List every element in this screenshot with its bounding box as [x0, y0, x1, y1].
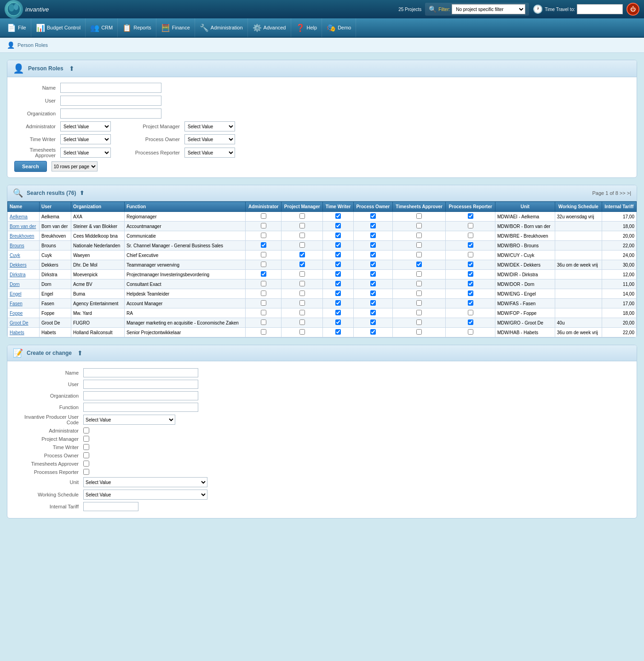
col-header-admin: Administrator	[246, 202, 282, 212]
nav-label-demo: Demo	[338, 25, 351, 30]
name-cell[interactable]: Dekkers	[8, 260, 40, 270]
admin-filter-select[interactable]: Select Value	[60, 121, 111, 131]
create-po-checkbox[interactable]	[83, 452, 89, 458]
nav-bar: 📄 File 📊 Budget Control 👥 CRM 📋 Reports …	[0, 18, 644, 38]
data-cell: Nationale Nederlanden	[71, 241, 125, 251]
tariff-cell: 11,00	[602, 279, 636, 289]
create-name-label: Name	[14, 370, 79, 376]
col-header-unit: Unit	[495, 202, 555, 212]
create-tariff-input[interactable]	[83, 502, 138, 511]
col-header-ws: Working Schedule	[555, 202, 602, 212]
checkbox-cell	[392, 308, 445, 318]
demo-icon: 🎭	[327, 23, 336, 32]
table-row: FasenFasenAgency EntertainmentAccount Ma…	[8, 299, 637, 308]
create-pr-checkbox[interactable]	[83, 469, 89, 475]
crm-icon: 👥	[90, 23, 99, 32]
projects-count: 25 Projects	[398, 7, 421, 12]
main-content: 👤 Person Roles ⬆ Name User Organization	[0, 53, 644, 532]
create-org-input[interactable]	[83, 391, 198, 400]
rows-per-page-select[interactable]: 10 rows per page	[52, 161, 98, 171]
nav-item-budget-control[interactable]: 📊 Budget Control	[31, 18, 86, 37]
data-cell: Waeyen	[71, 251, 125, 260]
collapse-results-icon[interactable]: ⬆	[80, 190, 84, 196]
create-pm-checkbox[interactable]	[83, 436, 89, 442]
collapse-search-icon[interactable]: ⬆	[69, 65, 75, 72]
name-cell[interactable]: Brouns	[8, 241, 40, 251]
create-unit-select[interactable]: Select Value	[83, 477, 207, 487]
nav-item-demo[interactable]: 🎭 Demo	[322, 18, 356, 37]
checkbox-cell	[392, 279, 445, 289]
data-cell	[555, 299, 602, 308]
name-cell[interactable]: Habets	[8, 328, 40, 337]
create-ws-select[interactable]: Select Value	[83, 490, 207, 500]
data-cell: MDW/CUY - Cuyk	[495, 251, 555, 260]
create-admin-checkbox[interactable]	[83, 427, 89, 433]
pm-filter-select[interactable]: Select Value	[184, 121, 235, 131]
name-cell[interactable]: Born van der	[8, 222, 40, 231]
name-cell[interactable]: Dorn	[8, 279, 40, 289]
create-user-input[interactable]	[83, 380, 198, 389]
name-cell[interactable]: Aelkema	[8, 212, 40, 222]
checkbox-cell	[282, 270, 323, 279]
tw-filter-select[interactable]: Select Value	[60, 134, 111, 144]
user-input[interactable]	[60, 96, 161, 106]
org-input[interactable]	[60, 108, 161, 119]
nav-label-crm: CRM	[101, 25, 113, 30]
checkbox-cell	[446, 328, 495, 337]
filter-label[interactable]: Filter:	[438, 7, 450, 12]
data-cell: FUGRO	[71, 318, 125, 328]
create-func-input[interactable]	[83, 403, 198, 412]
table-row: DekkersDekkersDhr. De MolTeammanager ver…	[8, 260, 637, 270]
create-ta-checkbox[interactable]	[83, 461, 89, 467]
create-name-input[interactable]	[83, 368, 198, 377]
power-button[interactable]: ⏻	[627, 3, 639, 16]
create-po-label: Process Owner	[14, 453, 79, 458]
name-cell[interactable]: Engel	[8, 289, 40, 299]
create-tw-checkbox[interactable]	[83, 444, 89, 450]
name-cell[interactable]: Dirkstra	[8, 270, 40, 279]
nav-item-administration[interactable]: 🔧 Administration	[195, 18, 248, 37]
checkbox-cell	[392, 260, 445, 270]
pagination[interactable]: Page 1 of 8 >> >|	[592, 190, 631, 196]
data-cell: 36u om de week vrij	[555, 328, 602, 337]
checkbox-cell	[353, 299, 392, 308]
nav-label-reports: Reports	[133, 25, 151, 30]
data-cell: Holland Railconsult	[71, 328, 125, 337]
finance-icon: 🧮	[161, 23, 170, 32]
name-cell[interactable]: Fasen	[8, 299, 40, 308]
nav-item-advanced[interactable]: ⚙️ Advanced	[248, 18, 291, 37]
nav-item-help[interactable]: ❓ Help	[291, 18, 322, 37]
pr-filter-select[interactable]: Select Value	[184, 148, 235, 158]
search-icon: 🔍	[13, 188, 23, 198]
nav-item-file[interactable]: 📄 File	[2, 18, 31, 37]
col-header-org: Organization	[71, 202, 125, 212]
create-org-label: Organization	[14, 393, 79, 399]
nav-item-crm[interactable]: 👥 CRM	[86, 18, 118, 37]
po-filter-select[interactable]: Select Value	[184, 134, 235, 144]
collapse-create-icon[interactable]: ⬆	[77, 349, 83, 357]
checkbox-cell	[446, 308, 495, 318]
search-button[interactable]: Search	[14, 161, 47, 172]
checkbox-cell	[446, 279, 495, 289]
checkbox-cell	[392, 318, 445, 328]
checkbox-cell	[446, 241, 495, 251]
checkbox-cell	[323, 231, 353, 241]
name-cell[interactable]: Cuyk	[8, 251, 40, 260]
nav-label-admin: Administration	[211, 25, 243, 30]
time-travel-input[interactable]	[577, 4, 623, 14]
nav-item-finance[interactable]: 🧮 Finance	[156, 18, 195, 37]
create-code-select[interactable]: Select Value	[83, 415, 175, 425]
ta-filter-select[interactable]: Select Value	[60, 148, 111, 158]
checkbox-cell	[282, 241, 323, 251]
name-cell[interactable]: Groot De	[8, 318, 40, 328]
name-cell[interactable]: Foppe	[8, 308, 40, 318]
checkbox-cell	[282, 212, 323, 222]
name-input[interactable]	[60, 83, 161, 93]
data-cell: MDW/HAB - Habets	[495, 328, 555, 337]
data-cell: Sr. Channel Manager - General Business S…	[124, 241, 246, 251]
nav-item-reports[interactable]: 📋 Reports	[118, 18, 156, 37]
data-cell: Brouns	[40, 241, 71, 251]
filter-select[interactable]: No project specific filter	[452, 4, 525, 14]
create-ta-label: Timesheets Approver	[14, 461, 79, 467]
name-cell[interactable]: Breukhoven	[8, 231, 40, 241]
